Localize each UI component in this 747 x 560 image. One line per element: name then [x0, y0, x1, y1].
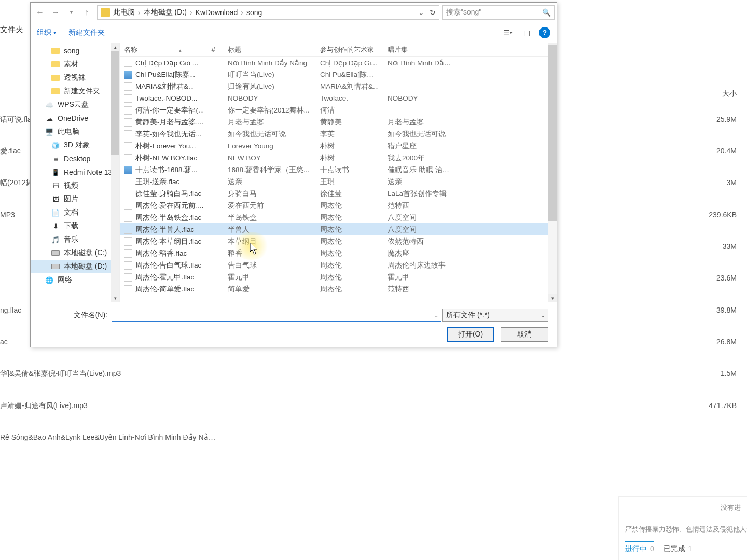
filetype-select[interactable]: 所有文件 (*.*)⌄ [442, 309, 548, 322]
sidebar-item[interactable]: song [31, 44, 119, 58]
up-button[interactable]: ↑ [79, 5, 94, 20]
sidebar-item[interactable]: 🖥️此电脑 [31, 125, 119, 138]
file-row[interactable]: Chị Đẹp Đạp Gió ...Nơi Bình Minh Đầy Nắn… [120, 57, 557, 68]
image-icon: 🖼 [51, 195, 60, 203]
file-row[interactable]: 李英-如今我也无话...如今我也无话可说李英如今我也无话可说 [120, 128, 557, 140]
desktop-icon: 🖥 [51, 155, 60, 163]
sidebar-item[interactable]: 本地磁盘 (D:) [31, 260, 119, 273]
scroll-down-icon[interactable]: ▾ [111, 294, 119, 302]
sidebar-item[interactable]: 📄文档 [31, 206, 119, 219]
folder-icon [51, 87, 60, 95]
drive-icon [51, 262, 60, 271]
file-row[interactable]: Twoface.-NOBOD...NOBODYTwoface.NOBODY [120, 92, 557, 104]
organize-menu[interactable]: 组织▾ [37, 28, 56, 37]
bg-size-value: 1.5M [721, 369, 737, 377]
column-headers: 名称▴ # 标题 参与创作的艺术家 唱片集 [120, 43, 557, 57]
file-row[interactable]: 周杰伦-半兽人.flac半兽人周杰伦八度空间 [120, 223, 557, 235]
sidebar-item[interactable]: ☁OneDrive [31, 111, 119, 125]
breadcrumb[interactable]: 此电脑› 本地磁盘 (D:)› KwDownload› song ⌄ ↻ [97, 5, 439, 20]
bc-part[interactable]: song [246, 8, 262, 17]
bg-list-item[interactable]: Rê Sóng&Bao Anh&Lynk Lee&Uyên Linh-Nơi B… [0, 433, 747, 441]
tree-label: 音乐 [64, 235, 78, 244]
scroll-up-icon[interactable]: ▴ [111, 43, 119, 51]
bg-list-item[interactable]: 华]&吴倩&张嘉倪-叮叮当当(Live).mp3 [0, 369, 747, 379]
file-row[interactable]: 周杰伦-爱在西元前....爱在西元前周杰伦范特西 [120, 200, 557, 212]
file-row[interactable]: 周杰伦-半岛铁盒.flac半岛铁盒周杰伦八度空间 [120, 212, 557, 223]
sidebar-item[interactable]: 📱Redmi Note 13 [31, 165, 119, 179]
bc-part[interactable]: KwDownload [196, 8, 238, 17]
scroll-thumb[interactable] [111, 51, 119, 155]
tree-label: 视频 [64, 181, 78, 190]
wps-icon: ☁️ [45, 101, 53, 109]
col-title[interactable]: 标题 [224, 45, 316, 54]
list-scrollbar[interactable]: ▴ ▾ [548, 43, 557, 302]
refresh-button[interactable]: ↻ [430, 8, 436, 17]
file-row[interactable]: 王琪-送亲.flac送亲王琪送亲 [120, 176, 557, 188]
sidebar-item[interactable]: 🌐网络 [31, 273, 119, 287]
tree-label: Redmi Note 13 [64, 168, 112, 176]
sidebar-tree: song素材透视袜新建文件夹☁️WPS云盘☁OneDrive🖥️此电脑🧊3D 对… [31, 43, 120, 302]
file-row[interactable]: MARiA&刘惜君&...归途有风(Live)MARiA&刘惜君&... [120, 80, 557, 92]
tree-label: 本地磁盘 (D:) [64, 262, 107, 271]
scroll-down-icon[interactable]: ▾ [548, 294, 557, 302]
open-button[interactable]: 打开(O) [447, 327, 494, 342]
file-icon [124, 130, 132, 138]
file-row[interactable]: 周杰伦-霍元甲.flac霍元甲周杰伦霍元甲 [120, 271, 557, 283]
file-row[interactable]: 十点读书-1688.蓼...1688.蓼香科学家（王悠...十点读书催眠音乐 助… [120, 164, 557, 176]
folder-icon [51, 47, 60, 55]
col-name[interactable]: 名称▴ [120, 45, 203, 54]
file-row[interactable]: Chi Pu&Ella[陈嘉...叮叮当当(Live)Chi Pu&Ella[陈… [120, 68, 557, 80]
new-folder-button[interactable]: 新建文件夹 [68, 28, 105, 37]
view-preview-icon[interactable]: ◫ [520, 26, 533, 39]
col-num[interactable]: # [203, 46, 224, 53]
file-icon [124, 214, 132, 222]
tab-done[interactable]: 已完成 1 [663, 544, 693, 554]
sidebar-item[interactable]: 🖥Desktop [31, 152, 119, 165]
file-row[interactable]: 周杰伦-本草纲目.flac本草纲目周杰伦依然范特西 [120, 235, 557, 247]
sidebar-item[interactable]: 🧊3D 对象 [31, 138, 119, 152]
sidebar-item[interactable]: 新建文件夹 [31, 85, 119, 98]
sidebar-item[interactable]: ☁️WPS云盘 [31, 98, 119, 111]
back-button[interactable]: ← [33, 5, 47, 20]
sidebar-item[interactable]: 本地磁盘 (C:) [31, 246, 119, 260]
sidebar-item[interactable]: 透视袜 [31, 71, 119, 85]
sidebar-item[interactable]: 素材 [31, 58, 119, 71]
cancel-button[interactable]: 取消 [501, 327, 548, 342]
bg-size-value: 23.6M [716, 274, 737, 282]
no-result-text: 没有进 [625, 503, 741, 512]
file-row[interactable]: 周杰伦-告白气球.flac告白气球周杰伦周杰伦的床边故事 [120, 259, 557, 271]
folder-icon [101, 8, 110, 17]
file-row[interactable]: 黄静美-月老与孟婆....月老与孟婆黄静美月老与孟婆 [120, 116, 557, 128]
file-row[interactable]: 周杰伦-简单爱.flac简单爱周杰伦范特西 [120, 283, 557, 295]
3d-icon: 🧊 [51, 141, 60, 149]
tree-label: 下载 [64, 221, 78, 231]
sidebar-scrollbar[interactable]: ▴ ▾ [111, 43, 119, 302]
breadcrumb-dropdown-icon[interactable]: ⌄ [418, 8, 424, 17]
filename-input[interactable] [112, 309, 441, 322]
tab-inprogress[interactable]: 进行中 0 [625, 541, 654, 554]
file-row[interactable]: 何洁-你一定要幸福(...你一定要幸福(2012舞林...何洁 [120, 104, 557, 116]
view-list-icon[interactable]: ☰ ▾ [502, 26, 514, 39]
bc-part[interactable]: 此电脑 [113, 8, 135, 17]
bg-list-item[interactable]: 卢靖姗-归途有风(Live).mp3 [0, 401, 747, 411]
sidebar-item[interactable]: ⬇下载 [31, 219, 119, 233]
file-row[interactable]: 周杰伦-稻香.flac稻香周杰伦魔杰座 [120, 247, 557, 259]
recent-dropdown[interactable]: ▾ [64, 5, 78, 20]
doc-icon: 📄 [51, 208, 60, 217]
file-row[interactable]: 朴树-Forever You...Forever Young朴树猎户星座 [120, 140, 557, 152]
search-input[interactable]: 搜索"song" 🔍 [442, 5, 555, 20]
col-artist[interactable]: 参与创作的艺术家 [316, 45, 383, 54]
sidebar-item[interactable]: 🎵音乐 [31, 233, 119, 246]
file-row[interactable]: 朴树-NEW BOY.flacNEW BOY朴树我去2000年 [120, 152, 557, 164]
forward-button[interactable]: → [48, 5, 63, 20]
sidebar-item[interactable]: 🖼图片 [31, 192, 119, 206]
file-icon [124, 59, 132, 67]
sidebar-item[interactable]: 🎞视频 [31, 179, 119, 192]
file-icon [124, 202, 132, 210]
bc-part[interactable]: 本地磁盘 (D:) [144, 8, 187, 17]
help-icon[interactable]: ? [539, 27, 550, 38]
col-album[interactable]: 唱片集 [383, 45, 458, 54]
filename-dropdown-icon[interactable]: ⌄ [434, 313, 438, 318]
file-row[interactable]: 徐佳莹-身骑白马.flac身骑白马徐佳莹LaLa首张创作专辑 [120, 188, 557, 200]
scroll-thumb[interactable] [548, 45, 557, 221]
